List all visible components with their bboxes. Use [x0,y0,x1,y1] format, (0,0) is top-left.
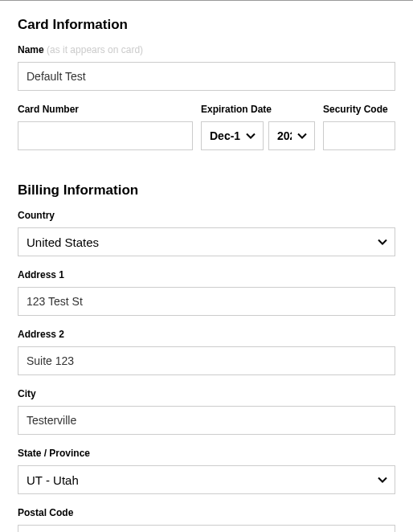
address2-field-group: Address 2 [18,329,395,375]
city-input[interactable] [18,406,395,435]
address1-field-group: Address 1 [18,269,395,316]
card-info-section: Card Information Name (as it appears on … [18,17,395,163]
address2-label: Address 2 [18,329,395,340]
country-field-group: Country United States [18,210,395,256]
expiration-year-select[interactable]: 2022 [268,121,315,150]
card-number-input[interactable] [18,121,193,150]
security-code-input[interactable] [323,121,395,150]
security-code-field-group: Security Code [323,104,395,150]
postal-input[interactable] [18,525,395,532]
name-input[interactable] [18,62,395,91]
postal-label: Postal Code [18,507,395,518]
postal-field-group: Postal Code [18,507,395,532]
city-label: City [18,388,395,399]
state-select[interactable]: UT - Utah [18,465,395,494]
name-label: Name (as it appears on card) [18,44,395,55]
security-code-label: Security Code [323,104,395,115]
country-label: Country [18,210,395,221]
address1-label: Address 1 [18,269,395,280]
country-select[interactable]: United States [18,227,395,256]
expiration-month-select[interactable]: Dec-12 [201,121,264,150]
address1-input[interactable] [18,287,395,316]
card-number-field-group: Card Number [18,104,193,150]
card-info-title: Card Information [18,17,395,33]
billing-info-title: Billing Information [18,182,395,198]
expiration-field-group: Expiration Date Dec-12 2022 [201,104,315,150]
state-label: State / Province [18,448,395,459]
expiration-label: Expiration Date [201,104,315,115]
address2-input[interactable] [18,346,395,375]
billing-info-section: Billing Information Country United State… [18,182,395,532]
city-field-group: City [18,388,395,435]
card-number-label: Card Number [18,104,193,115]
name-label-hint: (as it appears on card) [47,44,143,55]
state-field-group: State / Province UT - Utah [18,448,395,494]
name-field-group: Name (as it appears on card) [18,44,395,91]
name-label-text: Name [18,44,44,55]
